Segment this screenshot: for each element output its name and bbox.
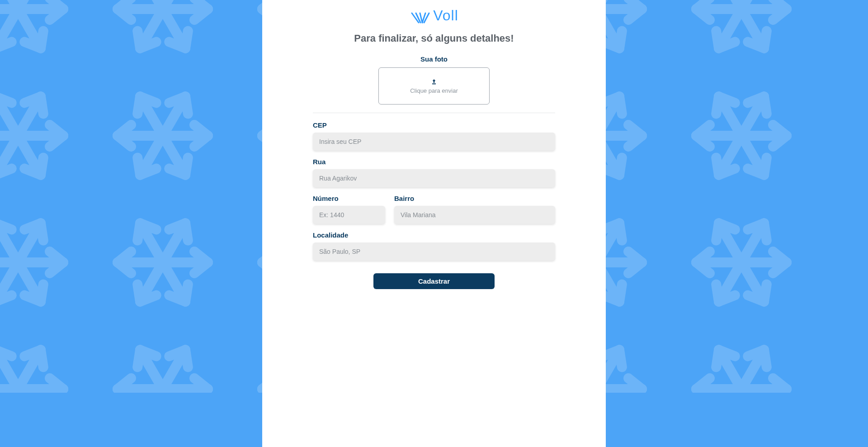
rua-label: Rua xyxy=(313,158,555,166)
numero-input[interactable] xyxy=(313,206,385,224)
cep-label: CEP xyxy=(313,121,555,129)
main-panel: Voll Para finalizar, só alguns detalhes!… xyxy=(262,0,606,447)
localidade-label: Localidade xyxy=(313,231,555,239)
photo-upload-text: Clique para enviar xyxy=(410,87,458,94)
logo-mark-icon xyxy=(410,12,430,24)
rua-input[interactable] xyxy=(313,169,555,187)
photo-upload-box[interactable]: Clique para enviar xyxy=(378,67,490,105)
upload-icon xyxy=(430,78,438,86)
localidade-input[interactable] xyxy=(313,243,555,261)
brand-logo: Voll xyxy=(410,8,458,24)
address-form: CEP Rua Número Bairro Localidade Cadastr… xyxy=(313,113,555,289)
numero-label: Número xyxy=(313,195,385,202)
cep-input[interactable] xyxy=(313,133,555,151)
svg-rect-21 xyxy=(432,83,436,84)
bairro-label: Bairro xyxy=(394,195,555,202)
divider xyxy=(313,113,555,113)
photo-label: Sua foto xyxy=(277,55,591,63)
page-title: Para finalizar, só alguns detalhes! xyxy=(277,33,591,44)
page-background: Voll Para finalizar, só alguns detalhes!… xyxy=(0,0,868,447)
bairro-input[interactable] xyxy=(394,206,555,224)
logo-text: Voll xyxy=(433,8,458,23)
submit-button[interactable]: Cadastrar xyxy=(373,273,495,289)
